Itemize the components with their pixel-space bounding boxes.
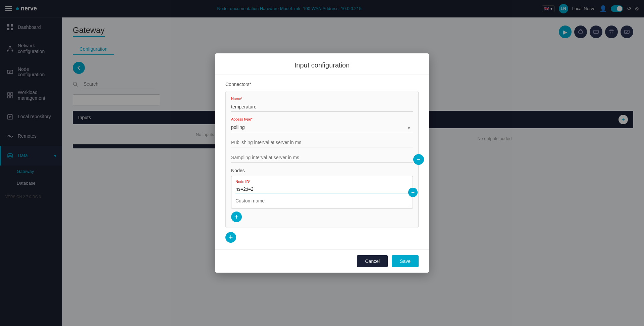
cancel-button[interactable]: Cancel <box>357 255 388 267</box>
add-connector-button[interactable]: + <box>225 232 236 243</box>
nodes-label: Nodes <box>231 168 413 173</box>
node-item: Node ID* <box>231 176 413 209</box>
add-node-button[interactable]: + <box>231 212 242 222</box>
publishing-interval-input[interactable] <box>231 138 413 147</box>
custom-name-input[interactable] <box>235 197 409 205</box>
sampling-interval-input[interactable] <box>231 153 413 162</box>
modal: Input configuration Connectors* Name* Ac… <box>215 53 429 273</box>
modal-overlay: Input configuration Connectors* Name* Ac… <box>0 0 644 326</box>
connectors-label: Connectors* <box>225 82 419 87</box>
access-type-wrapper: polling subscribe <box>231 123 413 132</box>
connector-wrapper: Name* Access type* polling subscribe <box>225 91 419 228</box>
publishing-interval-group <box>231 138 413 147</box>
access-type-group: Access type* polling subscribe <box>231 117 413 132</box>
connector-box: Name* Access type* polling subscribe <box>225 91 419 228</box>
access-type-select[interactable]: polling subscribe <box>231 123 413 132</box>
sampling-interval-group <box>231 153 413 162</box>
name-field-group: Name* <box>231 97 413 112</box>
modal-header: Input configuration <box>215 53 429 75</box>
modal-title: Input configuration <box>294 61 350 69</box>
node-id-input[interactable] <box>235 185 409 193</box>
name-label: Name* <box>231 97 413 101</box>
nodes-section: Nodes Node ID* − + <box>231 168 413 222</box>
node-id-label: Node ID* <box>235 180 409 184</box>
save-button[interactable]: Save <box>392 255 419 267</box>
modal-footer: Cancel Save <box>215 249 429 273</box>
name-input[interactable] <box>231 102 413 112</box>
remove-connector-button[interactable]: − <box>413 154 424 165</box>
access-type-label: Access type* <box>231 117 413 121</box>
modal-body: Connectors* Name* Access type* <box>215 75 429 249</box>
node-item-wrapper: Node ID* − <box>231 176 413 209</box>
remove-node-button[interactable]: − <box>408 188 418 197</box>
